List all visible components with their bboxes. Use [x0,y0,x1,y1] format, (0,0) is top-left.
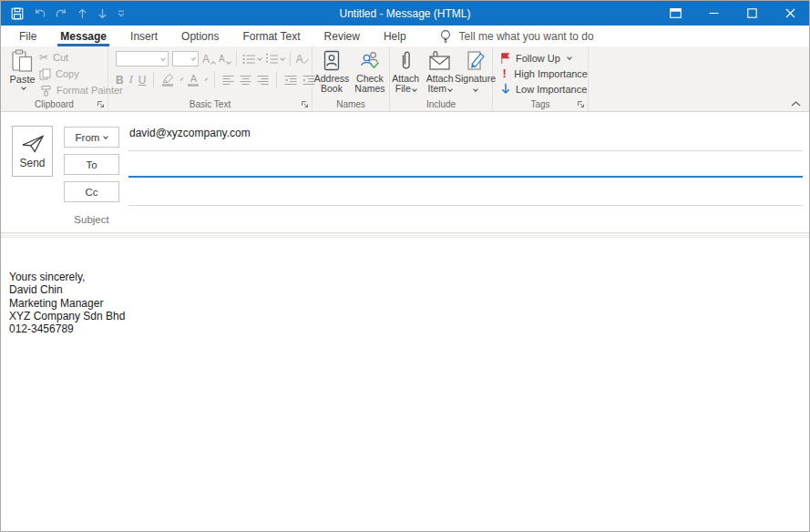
tab-file[interactable]: File [7,26,48,46]
tab-format-text[interactable]: Format Text [231,26,312,46]
from-label: From [76,132,100,143]
tab-review[interactable]: Review [313,26,372,46]
font-name-input[interactable] [119,54,159,64]
grow-font-button[interactable]: A [202,54,215,65]
address-book-button[interactable]: Address Book [313,50,350,97]
flag-icon [500,52,510,64]
to-field[interactable] [128,154,803,178]
clipboard-group: Paste ✂ Cut Copy [1,46,108,111]
check-names-icon [359,50,381,71]
decrease-indent-icon [284,75,297,86]
signature-line: David Chin [9,283,802,296]
from-field[interactable] [128,127,803,150]
clear-formatting-icon: A [296,54,303,65]
follow-up-button[interactable]: Follow Up [500,50,588,66]
paste-dropdown-icon [21,85,26,90]
bullets-button[interactable] [242,54,261,65]
lightbulb-icon [440,29,451,44]
low-importance-icon [500,83,510,95]
undo-icon[interactable] [34,8,46,19]
highlight-dropdown-icon[interactable] [180,77,184,81]
high-importance-icon: ! [500,66,508,80]
to-field-underline-focused [128,176,803,178]
ribbon-tab-bar: File Message Insert Options Format Text … [1,26,809,46]
tab-help[interactable]: Help [372,26,418,46]
high-importance-label: High Importance [514,68,588,79]
ribbon: Paste ✂ Cut Copy [1,46,809,112]
attach-file-button[interactable]: Attach File [390,50,422,97]
subject-field[interactable] [128,209,803,232]
align-left-icon [222,75,234,86]
quick-access-toolbar [1,7,125,20]
message-body-editor[interactable]: Yours sincerely, David Chin Marketing Ma… [1,238,809,531]
include-group: Attach File Attach Item [390,46,493,111]
signature-line: Yours sincerely, [9,271,802,283]
align-left-button[interactable] [222,75,234,86]
signature-line: Marketing Manager [9,297,802,310]
highlight-icon [161,73,174,83]
cc-field-underline [128,205,803,206]
tags-group: Follow Up ! High Importance Low Importan… [493,46,589,111]
include-group-label: Include [426,99,456,109]
font-color-button[interactable]: A [188,74,199,87]
underline-button[interactable]: U [138,74,147,87]
cc-button[interactable]: Cc [64,181,119,202]
copy-icon [39,68,51,80]
close-icon[interactable] [771,1,809,26]
from-button[interactable]: From [64,127,119,148]
align-right-button[interactable] [257,75,269,86]
to-button[interactable]: To [64,154,119,175]
scissors-icon: ✂ [39,51,48,64]
numbering-button[interactable] [265,54,284,65]
highlight-button[interactable] [161,73,174,87]
save-icon[interactable] [11,7,24,20]
redo-icon[interactable] [56,8,67,19]
copy-label: Copy [56,68,79,79]
send-plane-icon [21,134,45,153]
cc-field[interactable] [128,181,803,205]
paste-label: Paste [9,74,35,85]
basic-text-dialog-launcher-icon[interactable] [301,100,309,108]
minimize-icon[interactable] [694,1,733,26]
font-color-dropdown-icon[interactable] [205,77,209,81]
basic-text-group-label: Basic Text [190,99,231,109]
low-importance-button[interactable]: Low Importance [500,81,588,97]
italic-button[interactable]: I [129,73,133,87]
paste-button[interactable]: Paste [7,49,37,90]
message-header: Send From To Cc Subject david@xyzcompany… [1,112,809,232]
clipboard-dialog-launcher-icon[interactable] [97,100,105,108]
align-center-icon [240,75,251,86]
ribbon-display-options-icon[interactable] [656,1,694,26]
shrink-font-button[interactable]: A [219,54,231,65]
attach-item-button[interactable]: Attach Item [424,50,456,97]
to-label: To [86,159,97,170]
font-name-combo[interactable] [116,51,169,66]
collapse-ribbon-icon[interactable] [791,101,801,107]
tags-group-label: Tags [530,99,549,109]
check-names-button[interactable]: Check Names [352,50,388,97]
tags-dialog-launcher-icon[interactable] [577,100,585,108]
font-size-input[interactable] [176,54,190,64]
follow-up-label: Follow Up [516,53,560,64]
high-importance-button[interactable]: ! High Importance [500,66,588,81]
clear-formatting-button[interactable]: A [296,54,309,65]
move-down-icon[interactable] [97,8,108,19]
font-size-combo[interactable] [172,51,199,66]
signature-label: Signature [455,74,496,94]
clipboard-group-label: Clipboard [35,99,74,109]
signature-line: XYZ Company Sdn Bhd [9,310,802,322]
signature-button[interactable]: Signature [458,50,492,97]
maximize-icon[interactable] [733,1,771,26]
move-up-icon[interactable] [77,8,87,19]
tab-options[interactable]: Options [169,26,231,46]
attach-item-icon [428,50,452,71]
align-center-button[interactable] [240,75,251,86]
decrease-indent-button[interactable] [284,75,297,86]
shrink-font-icon: A [219,54,225,65]
bold-button[interactable]: B [116,74,124,87]
tab-insert[interactable]: Insert [118,26,169,46]
tell-me-box[interactable]: Tell me what you want to do [440,26,594,46]
send-button[interactable]: Send [12,126,53,177]
customize-qat-icon[interactable] [118,10,125,17]
tab-message[interactable]: Message [48,26,118,46]
